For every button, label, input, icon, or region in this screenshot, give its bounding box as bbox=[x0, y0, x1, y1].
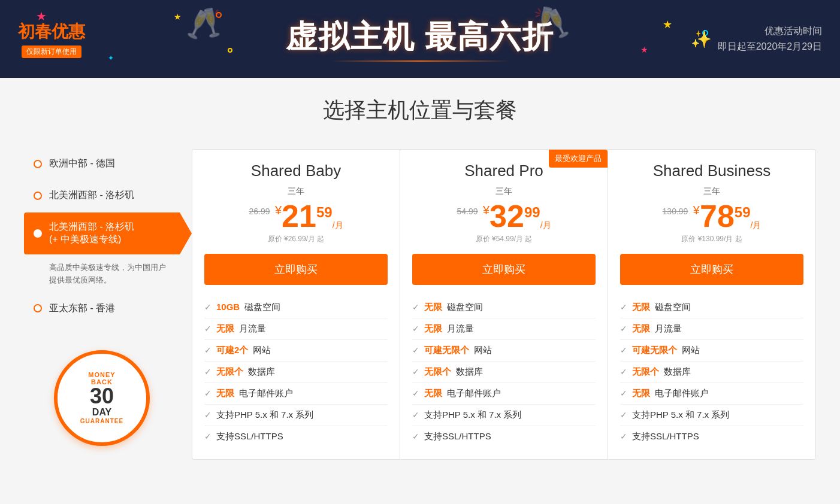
feature-highlight: 无限 bbox=[424, 388, 442, 399]
feature-highlight: 无限 bbox=[424, 302, 442, 313]
check-icon: ✓ bbox=[620, 410, 627, 420]
feature-text: 电子邮件账户 bbox=[655, 388, 709, 399]
feature-text: 月流量 bbox=[447, 323, 474, 335]
plan-price-area: 54.99 ¥ 32 99 /月 bbox=[412, 201, 596, 232]
sidebar-label-eu: 欧洲中部 - 德国 bbox=[49, 157, 115, 170]
plan-period: 三年 bbox=[620, 186, 803, 197]
feature-item: ✓支持SSL/HTTPS bbox=[204, 426, 388, 447]
deco-star-5: ★ bbox=[640, 45, 648, 54]
feature-text: 支持SSL/HTTPS bbox=[632, 431, 699, 442]
feature-highlight: 无限 bbox=[632, 323, 650, 335]
feature-highlight: 无限 bbox=[216, 388, 234, 399]
feature-item: ✓无限 电子邮件账户 bbox=[620, 383, 803, 405]
check-icon: ✓ bbox=[204, 432, 211, 441]
feature-item: ✓无限个 数据库 bbox=[412, 362, 596, 383]
feature-highlight: 无限 bbox=[632, 302, 650, 313]
deco-star-4: ★ bbox=[663, 18, 672, 31]
check-icon: ✓ bbox=[620, 388, 627, 398]
sidebar-item-na-west-la[interactable]: 北美洲西部 - 洛杉矶 bbox=[24, 181, 180, 210]
sidebar-label-na-la: 北美洲西部 - 洛杉矶 bbox=[49, 189, 134, 202]
feature-item: ✓10GB 磁盘空间 bbox=[204, 297, 388, 318]
check-icon: ✓ bbox=[412, 410, 419, 420]
plan-price-main: ¥ 32 99 /月 bbox=[483, 201, 551, 232]
banner-right-section: ✨ 优惠活动时间 即日起至2020年2月29日 bbox=[691, 23, 822, 54]
plan-price-main: ¥ 21 59 /月 bbox=[275, 201, 343, 232]
feature-item: ✓可建2个 网站 bbox=[204, 340, 388, 362]
feature-highlight: 无限 bbox=[424, 323, 442, 335]
feature-item: ✓支持SSL/HTTPS bbox=[620, 426, 803, 447]
banner-title: 初春优惠 bbox=[18, 20, 85, 43]
check-icon: ✓ bbox=[412, 367, 419, 377]
feature-item: ✓支持PHP 5.x 和 7.x 系列 bbox=[620, 405, 803, 426]
feature-text: 电子邮件账户 bbox=[447, 388, 501, 399]
plan-name: Shared Baby bbox=[204, 162, 388, 180]
feature-item: ✓无限 电子邮件账户 bbox=[204, 383, 388, 405]
sidebar-item-na-west-la-cn[interactable]: 北美洲西部 - 洛杉矶(+ 中美极速专线) bbox=[24, 212, 180, 254]
plan-buy-button[interactable]: 立即购买 bbox=[204, 254, 388, 285]
feature-item: ✓支持SSL/HTTPS bbox=[412, 426, 596, 447]
plan-original-full: 原价 ¥130.99/月 起 bbox=[620, 234, 803, 244]
feature-highlight: 可建无限个 bbox=[632, 345, 677, 356]
check-icon: ✓ bbox=[620, 302, 627, 312]
feature-item: ✓无限个 数据库 bbox=[204, 362, 388, 383]
feature-highlight: 无限 bbox=[632, 388, 650, 399]
plan-period: 三年 bbox=[204, 186, 388, 197]
plan-price-symbol: ¥ bbox=[275, 204, 282, 216]
main-content: 欧洲中部 - 德国 北美洲西部 - 洛杉矶 北美洲西部 - 洛杉矶(+ 中美极速… bbox=[0, 137, 840, 472]
plan-features: ✓无限 磁盘空间✓无限 月流量✓可建无限个 网站✓无限个 数据库✓无限 电子邮件… bbox=[620, 297, 803, 447]
deco-star-2: ★ bbox=[174, 12, 182, 22]
plan-price-area: 130.99 ¥ 78 59 /月 bbox=[620, 201, 803, 232]
sidebar-item-eu-germany[interactable]: 欧洲中部 - 德国 bbox=[24, 149, 180, 178]
feature-text: 支持SSL/HTTPS bbox=[424, 431, 491, 442]
badge-days-text: 30 bbox=[90, 385, 114, 407]
money-back-badge: MONEY BACK 30 DAY GUARANTEE bbox=[24, 347, 180, 449]
feature-text: 数据库 bbox=[456, 366, 483, 378]
plan-original-price: 130.99 bbox=[663, 207, 688, 216]
feature-item: ✓无限 月流量 bbox=[412, 318, 596, 340]
plan-price-unit: /月 bbox=[333, 221, 343, 229]
feature-text: 支持SSL/HTTPS bbox=[216, 431, 283, 442]
feature-item: ✓无限 磁盘空间 bbox=[620, 297, 803, 318]
check-icon: ✓ bbox=[204, 324, 211, 333]
feature-text: 网站 bbox=[682, 345, 700, 356]
plan-price-decimal: 59 bbox=[316, 205, 333, 220]
check-icon: ✓ bbox=[412, 388, 419, 398]
banner-promo-line1: 优惠活动时间 bbox=[718, 23, 822, 39]
plan-features: ✓无限 磁盘空间✓无限 月流量✓可建无限个 网站✓无限个 数据库✓无限 电子邮件… bbox=[412, 297, 596, 447]
promotional-banner: ★ ★ ✦ ★ ★ 🥂 初春优惠 仅限新订单使用 虚拟主机 最高六折 🥂 ✨ 优… bbox=[0, 0, 840, 78]
sidebar: 欧洲中部 - 德国 北美洲西部 - 洛杉矶 北美洲西部 - 洛杉矶(+ 中美极速… bbox=[24, 149, 192, 460]
sidebar-radio-na-la bbox=[34, 192, 42, 200]
sidebar-item-ap-hongkong[interactable]: 亚太东部 - 香港 bbox=[24, 294, 180, 323]
feature-item: ✓支持PHP 5.x 和 7.x 系列 bbox=[204, 405, 388, 426]
sidebar-label-ap: 亚太东部 - 香港 bbox=[49, 302, 115, 315]
banner-center-section: 虚拟主机 最高六折 bbox=[286, 16, 554, 62]
feature-item: ✓可建无限个 网站 bbox=[620, 340, 803, 362]
check-icon: ✓ bbox=[204, 302, 211, 312]
plan-price-integer: 32 bbox=[490, 201, 524, 232]
badge-guarantee-text: GUARANTEE bbox=[80, 418, 123, 424]
feature-highlight: 10GB bbox=[216, 302, 240, 312]
check-icon: ✓ bbox=[412, 324, 419, 333]
check-icon: ✓ bbox=[620, 367, 627, 377]
banner-promo-line2: 即日起至2020年2月29日 bbox=[718, 39, 822, 54]
check-icon: ✓ bbox=[620, 345, 627, 355]
plan-period: 三年 bbox=[412, 186, 596, 197]
plan-card-shared-pro: 最受欢迎产品 Shared Pro 三年 54.99 ¥ 32 99 /月 原价… bbox=[400, 149, 608, 460]
plan-price-symbol: ¥ bbox=[693, 204, 700, 216]
feature-text: 支持PHP 5.x 和 7.x 系列 bbox=[216, 409, 313, 421]
feature-text: 月流量 bbox=[239, 323, 266, 335]
check-icon: ✓ bbox=[204, 345, 211, 355]
feature-text: 支持PHP 5.x 和 7.x 系列 bbox=[632, 409, 729, 421]
plan-price-integer: 21 bbox=[282, 201, 316, 232]
deco-glass-right: 🥂 bbox=[533, 5, 570, 40]
feature-text: 网站 bbox=[474, 345, 492, 356]
feature-item: ✓无限 月流量 bbox=[204, 318, 388, 340]
plan-price-decimal: 99 bbox=[524, 205, 540, 220]
badge-day-text: DAY bbox=[92, 407, 111, 418]
sidebar-radio-na-la-cn bbox=[34, 229, 42, 238]
plan-buy-button[interactable]: 立即购买 bbox=[412, 254, 596, 285]
plan-price-unit: /月 bbox=[540, 221, 551, 229]
plan-buy-button[interactable]: 立即购买 bbox=[620, 254, 803, 285]
badge-circle: MONEY BACK 30 DAY GUARANTEE bbox=[54, 350, 150, 446]
feature-item: ✓可建无限个 网站 bbox=[412, 340, 596, 362]
